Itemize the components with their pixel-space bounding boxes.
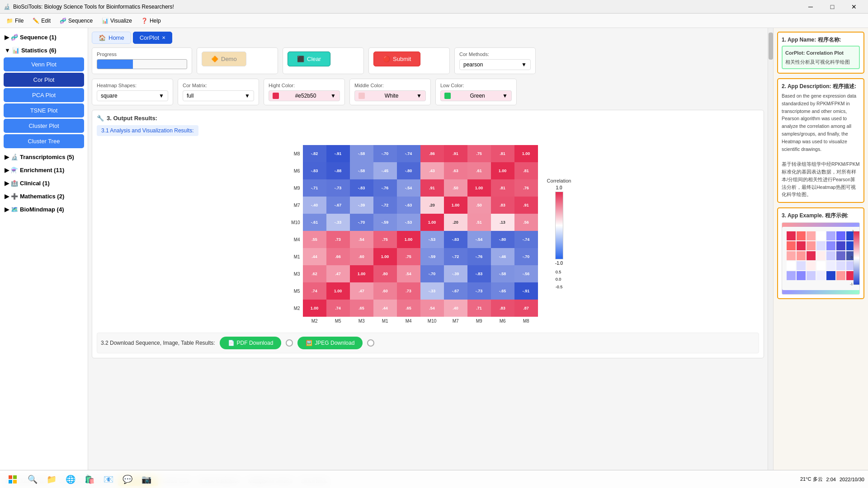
pdf-radio[interactable] [286,339,293,347]
cor-methods-select[interactable]: pearson ▼ [459,59,531,70]
submit-button[interactable]: 🔴 Submit [373,52,420,66]
svg-rect-3 [807,231,816,240]
tab-corplot[interactable]: CorPlot ✕ [133,32,172,44]
app-example-box: 3. App Example. 程序示例: [777,207,864,299]
sidebar-item-cor-plot[interactable]: Cor Plot [4,73,84,87]
pdf-download-button[interactable]: 📄 PDF Download [220,337,282,349]
sidebar-group-statistics[interactable]: ▼ 📊 Statistics (6) [0,45,88,56]
taskbar-search[interactable]: 🔍 [24,470,42,488]
taskbar-files[interactable]: 📁 [42,470,61,488]
svg-text:-1: -1 [850,282,853,286]
maximize-button[interactable]: □ [822,0,843,14]
low-color-card: Low Color: Green ▼ [435,79,517,105]
taskbar-icons: 🔍 📁 🌐 🛍️ 📧 💬 📷 [24,470,798,488]
scroll-track[interactable] [768,28,773,474]
svg-rect-5 [826,231,835,240]
menubar: 📁 File ✏️ Edit 🧬 Sequence 📊 Visualize ❓ … [0,14,868,28]
cor-matrix-select[interactable]: full ▼ [183,90,254,101]
bio-label: BioMindmap (4) [20,206,64,213]
chevron-right-icon: ▶ [5,34,9,41]
menu-file[interactable]: 📁 File [2,16,28,26]
demo-icon: 🔶 [211,56,218,62]
heatmap-cell: -.72 [444,248,467,265]
minimize-button[interactable]: ─ [800,0,821,14]
taskbar-teams[interactable]: 💬 [118,470,137,488]
sidebar: ▶ 🧬 Sequence (1) ▼ 📊 Statistics (6) Venn… [0,28,88,474]
menu-edit[interactable]: ✏️ Edit [28,16,55,26]
home-icon: 🏠 [99,34,106,41]
sidebar-item-pca-plot[interactable]: PCA Plot [4,88,84,102]
svg-rect-4 [816,231,826,240]
low-color-select[interactable]: Green ▼ [440,90,512,101]
sidebar-item-tsne-plot[interactable]: TSNE Plot [4,103,84,117]
svg-rect-18 [816,251,826,260]
demo-button[interactable]: 🔶 Demo [202,52,246,66]
menu-help[interactable]: ❓ Help [137,16,165,26]
clear-button[interactable]: ⬛ Clear [288,52,330,66]
heatmap-cell: -.39 [444,265,467,282]
taskbar-photos[interactable]: 📷 [137,470,156,488]
tab-close-icon[interactable]: ✕ [162,35,165,40]
clinical-icon: 🏥 [11,180,18,187]
menu-visualize[interactable]: 📊 Visualize [97,16,137,26]
heatmap-cell: -.53 [420,231,444,248]
sidebar-group-biomindmap[interactable]: ▶ 🗺️ BioMindmap (4) [0,204,88,215]
heatmap-cell: 1.00 [467,179,491,197]
sidebar-item-cluster-tree[interactable]: Cluster Tree [4,134,84,148]
progress-label: Progress [97,52,187,57]
right-panel: 1. App Name: 程序名称: CorPlot: Correlation … [773,28,868,474]
app-name-box: 1. App Name: 程序名称: CorPlot: Correlation … [777,32,864,74]
heatmap-cell: .50 [467,197,491,214]
taskbar-edge[interactable]: 🌐 [61,470,80,488]
heatmap-cell: .60 [350,248,373,265]
heatmap-col-label: M7 [444,317,467,324]
svg-rect-32 [816,271,826,280]
heatmap-row-label: M6 [285,162,303,179]
jpeg-radio[interactable] [367,339,374,347]
sidebar-group-clinical[interactable]: ▶ 🏥 Clinical (1) [0,178,88,189]
edit-icon: ✏️ [33,18,39,24]
start-button[interactable] [4,472,22,487]
svg-rect-11 [816,241,826,250]
heatmap-row-label: M10 [285,214,303,231]
sidebar-group-mathematics[interactable]: ▶ ➕ Mathematics (2) [0,191,88,202]
svg-text:0: 0 [851,256,853,259]
jpeg-download-button[interactable]: 🖼️ JPEG Download [297,337,363,349]
close-button[interactable]: ✕ [844,0,864,14]
heatmap-cell: .63 [444,162,467,179]
taskbar-date: 2022/10/30 [840,477,864,482]
sidebar-group-enrichment[interactable]: ▶ ⚗️ Enrichment (11) [0,164,88,176]
chevron-down-icon4: ▼ [330,93,336,99]
heatmap-col-label: M6 [491,317,514,324]
heatmap-cell: .20 [444,214,467,231]
svg-rect-33 [826,271,835,280]
middle-color-select[interactable]: White ▼ [354,90,426,101]
sidebar-group-transcriptomics[interactable]: ▶ 🔬 Transcriptomics (5) [0,151,88,163]
heatmap-row-label: M1 [285,248,303,265]
sidebar-section-sequence: ▶ 🧬 Sequence (1) [0,32,88,43]
taskbar-mail[interactable]: 📧 [99,470,118,488]
heatmap-row-label: M3 [285,265,303,282]
tab-home[interactable]: 🏠 Home [92,32,131,44]
sidebar-item-venn-plot[interactable]: Venn Plot [4,57,84,71]
heatmap-cell: .81 [491,145,514,162]
svg-rect-36 [854,231,859,285]
sidebar-item-cluster-plot[interactable]: Cluster Plot [4,119,84,133]
taskbar-store[interactable]: 🛍️ [80,470,99,488]
menu-sequence[interactable]: 🧬 Sequence [55,16,97,26]
heatmap-cell: .56 [514,214,538,231]
heatmap-cell: .54 [420,300,444,317]
trans-label: Transcriptomics (5) [20,154,74,160]
heatmap-cell: -.83 [467,265,491,282]
scroll-thumb[interactable] [769,33,773,60]
demo-card: 🔶 Demo [197,47,278,74]
hight-color-select[interactable]: #e52b50 ▼ [269,90,340,101]
sidebar-group-sequence[interactable]: ▶ 🧬 Sequence (1) [0,32,88,43]
help-icon: ❓ [141,18,148,24]
low-color-swatch [444,93,451,99]
heatmap-cell: .87 [514,300,538,317]
heatmap-shapes-select[interactable]: square ▼ [97,90,168,101]
legend-scale: 0.5 0.0 -0.5 [556,268,563,291]
heatmap-cell: .73 [397,282,420,300]
heatmap-cell: -.58 [350,162,373,179]
